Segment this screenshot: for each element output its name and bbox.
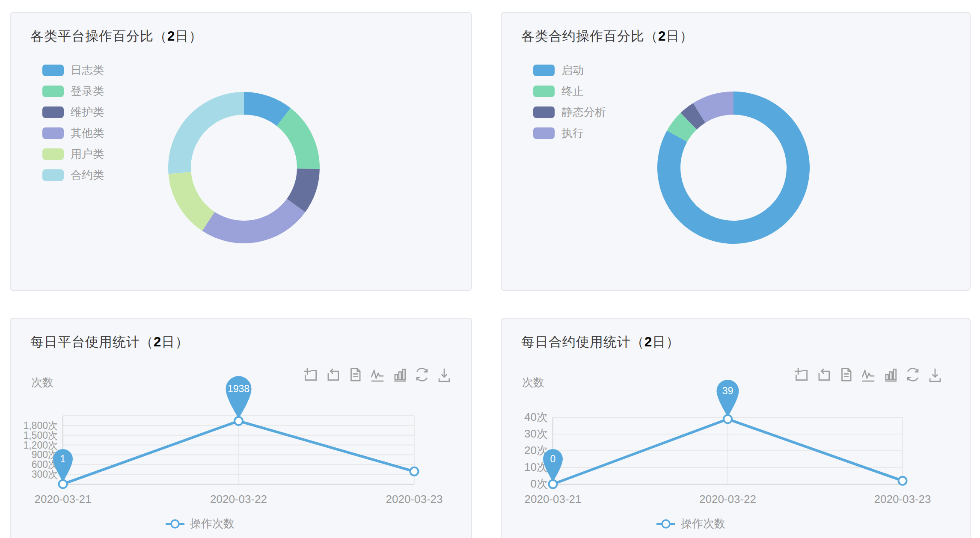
data-point[interactable] (549, 480, 557, 488)
pin-value-label: 1 (60, 453, 66, 464)
data-point[interactable] (724, 415, 732, 423)
x-tick-label: 2020-03-21 (525, 493, 582, 505)
series-legend-label: 操作次数 (681, 516, 725, 531)
x-tick-label: 2020-03-22 (699, 493, 756, 505)
y-tick-label: 0次 (531, 477, 548, 490)
series-legend[interactable]: 操作次数 (11, 516, 389, 531)
line-series-marker-icon (656, 518, 676, 530)
series-legend[interactable]: 操作次数 (502, 516, 880, 531)
y-tick-label: 40次 (524, 411, 548, 423)
panel-contract-ops-pie: 各类合约操作百分比（2日） 启动终止静态分析执行 (501, 12, 971, 291)
pie-slice-合约类[interactable] (168, 92, 244, 174)
pin-value-label: 0 (550, 453, 556, 464)
x-tick-label: 2020-03-22 (210, 493, 267, 505)
line-chart-platform: 300次600次900次1,200次1,500次1,800次2020-03-21… (11, 319, 473, 538)
data-point[interactable] (59, 480, 67, 488)
y-tick-label: 1,200次 (23, 440, 58, 451)
y-tick-label: 30次 (524, 427, 548, 440)
x-tick-label: 2020-03-23 (874, 493, 931, 505)
x-tick-label: 2020-03-23 (386, 493, 443, 505)
pie-slice-用户类[interactable] (169, 172, 215, 231)
donut-chart-contract (502, 13, 971, 292)
y-tick-label: 300次 (32, 469, 58, 480)
data-point[interactable] (899, 477, 907, 485)
panel-platform-ops-pie: 各类平台操作百分比（2日） 日志类登录类维护类其他类用户类合约类 (10, 12, 472, 291)
max-point-pin-icon (226, 376, 252, 418)
y-tick-label: 1,800次 (23, 420, 58, 431)
pin-value-label: 1938 (228, 383, 249, 394)
data-point[interactable] (410, 467, 419, 476)
pin-value-label: 39 (722, 385, 734, 396)
series-legend-label: 操作次数 (190, 516, 235, 531)
donut-chart-platform (11, 13, 473, 292)
panel-platform-usage-line: 每日平台使用统计（2日） 次数 300次600次900次1,200次1,500次… (10, 318, 472, 538)
line-chart-contract: 0次10次20次30次40次2020-03-212020-03-222020-0… (502, 319, 971, 538)
panel-contract-usage-line: 每日合约使用统计（2日） 次数 0次10次20次30次40次2020-03-21… (501, 318, 971, 538)
y-tick-label: 1,500次 (23, 430, 58, 441)
data-point[interactable] (235, 417, 243, 425)
x-tick-label: 2020-03-21 (35, 493, 92, 505)
line-series-marker-icon (165, 518, 185, 530)
pie-slice-其他类[interactable] (202, 199, 305, 243)
